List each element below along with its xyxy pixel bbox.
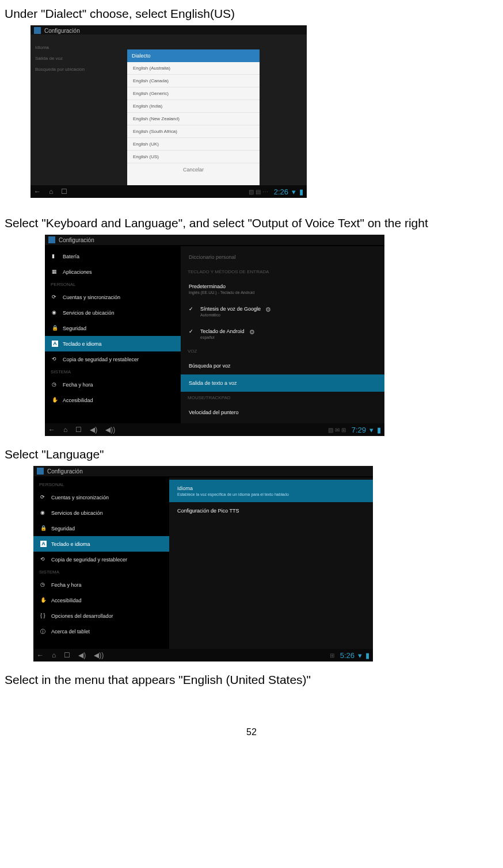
apps-icon: ▦: [52, 269, 58, 275]
detail-item-google-voice[interactable]: Síntesis de voz de GoogleAutomático⚙: [181, 300, 384, 323]
detail-item-android-keyboard[interactable]: Teclado de Androidespañol⚙: [181, 323, 384, 345]
back-icon[interactable]: ←: [37, 651, 44, 659]
dialect-option[interactable]: English (Canada): [127, 75, 260, 87]
category-personal: PERSONAL: [33, 480, 169, 490]
lock-icon: 🔒: [52, 325, 58, 331]
instruction-step-2: Select "Keyboard and Language", and sele…: [5, 216, 498, 230]
sidebar-item-accessibility[interactable]: ✋Accesibilidad: [45, 392, 181, 408]
gear-icon: [48, 236, 55, 243]
dialect-option[interactable]: English (UK): [127, 138, 260, 151]
sync-icon: ⟳: [40, 494, 47, 500]
sidebar-item-accessibility[interactable]: ✋Accesibilidad: [33, 592, 169, 608]
tray-icon: ⊞: [330, 652, 334, 659]
sidebar-item-datetime[interactable]: ◷Fecha y hora: [45, 377, 181, 392]
detail-item-pico-tts[interactable]: Configuración de Pico TTS: [169, 502, 373, 519]
battery-icon: ▮: [52, 253, 58, 259]
home-icon[interactable]: ⌂: [52, 651, 56, 659]
sidebar-item-developer[interactable]: { }Opciones del desarrollador: [33, 608, 169, 624]
dialect-option[interactable]: English (US): [127, 151, 260, 163]
back-icon[interactable]: ←: [34, 188, 41, 196]
wifi-icon: ▾: [369, 426, 374, 434]
check-icon: [189, 328, 196, 334]
header-title: Configuración: [47, 468, 83, 475]
backup-icon: ⟲: [40, 556, 47, 563]
status-bar: ← ⌂ ☐ ◀) ◀)) ▧ ✉ ⊞ 7:29 ▾ ▮: [45, 423, 384, 436]
battery-icon: ▮: [299, 188, 303, 196]
volume-down-icon[interactable]: ◀): [78, 651, 86, 659]
sidebar-item-apps[interactable]: ▦Aplicaciones: [45, 264, 181, 280]
screenshot-dialect-dialog: Configuración Idioma Salida de voz Búsqu…: [31, 25, 307, 198]
keyboard-icon: A: [40, 541, 47, 547]
instruction-step-4: Select in the menu that appears "English…: [5, 673, 498, 687]
sliders-icon[interactable]: ⚙: [265, 306, 271, 313]
volume-up-icon[interactable]: ◀)): [105, 426, 115, 434]
cancel-button[interactable]: Cancelar: [127, 163, 260, 176]
recents-icon[interactable]: ☐: [61, 188, 67, 196]
dialect-option[interactable]: English (South Africa): [127, 125, 260, 138]
keyboard-icon: A: [52, 341, 58, 347]
sidebar-item-security[interactable]: 🔒Seguridad: [45, 320, 181, 336]
sidebar-item-keyboard[interactable]: ATeclado e idioma: [45, 336, 181, 351]
section-mouse: MOUSE/TRACKPAD: [181, 392, 384, 404]
detail-item-tts-output[interactable]: Salida de texto a voz: [181, 374, 384, 392]
category-system: SISTEMA: [33, 567, 169, 577]
dialect-option[interactable]: English (New Zealand): [127, 113, 260, 125]
status-time: 5:26: [340, 651, 355, 660]
sidebar-item: Salida de voz: [35, 56, 115, 61]
sliders-icon[interactable]: ⚙: [249, 328, 255, 336]
sidebar-item-battery[interactable]: ▮Batería: [45, 248, 181, 264]
category-system: SISTEMA: [45, 367, 181, 377]
gear-icon: [34, 27, 41, 34]
sidebar-item-security[interactable]: 🔒Seguridad: [33, 521, 169, 536]
detail-item-pointer-speed[interactable]: Velocidad del puntero: [181, 404, 384, 421]
screenshot-keyboard-language: Configuración ▮Batería ▦Aplicaciones PER…: [45, 235, 384, 436]
detail-item-dictionary[interactable]: Diccionario personal: [181, 248, 384, 266]
dialog-title: Dialecto: [127, 49, 260, 62]
sidebar-item-about[interactable]: ⓘAcerca del tablet: [33, 624, 169, 639]
sidebar-item-backup[interactable]: ⟲Copia de seguridad y restablecer: [33, 552, 169, 567]
sidebar-item-keyboard[interactable]: ATeclado e idioma: [33, 536, 169, 552]
battery-icon: ▮: [377, 426, 381, 434]
settings-sidebar: ▮Batería ▦Aplicaciones PERSONAL ⟳Cuentas…: [45, 246, 181, 423]
header-title: Configuración: [44, 28, 80, 34]
dialect-option[interactable]: English (Generic): [127, 87, 260, 100]
sidebar-item-accounts[interactable]: ⟳Cuentas y sincronización: [33, 490, 169, 505]
detail-item-language[interactable]: Idioma Establece la voz específica de un…: [169, 480, 373, 502]
dialect-dialog: Dialecto English (Australia) English (Ca…: [127, 49, 260, 188]
sidebar-item-datetime[interactable]: ◷Fecha y hora: [33, 577, 169, 592]
recents-icon[interactable]: ☐: [64, 651, 70, 659]
home-icon[interactable]: ⌂: [63, 426, 67, 434]
accessibility-icon: ✋: [40, 597, 47, 603]
clock-icon: ◷: [52, 381, 58, 388]
window-header: Configuración: [45, 235, 384, 245]
back-icon[interactable]: ←: [48, 426, 55, 434]
lock-icon: 🔒: [40, 525, 47, 531]
battery-icon: ▮: [365, 651, 369, 660]
dialect-option[interactable]: English (Australia): [127, 62, 260, 75]
recents-icon[interactable]: ☐: [75, 426, 82, 434]
window-header: Configuración: [33, 466, 373, 476]
volume-up-icon[interactable]: ◀)): [94, 651, 104, 659]
section-voz: VOZ: [181, 345, 384, 357]
sidebar-item-accounts[interactable]: ⟳Cuentas y sincronización: [45, 289, 181, 305]
info-icon: ⓘ: [40, 628, 47, 634]
location-icon: ◉: [40, 510, 47, 516]
check-icon: [189, 306, 196, 312]
tray-icon: ▧ ▤ ⋯: [249, 189, 268, 195]
status-bar: ← ⌂ ☐ ◀) ◀)) ⊞ 5:26 ▾ ▮: [33, 649, 373, 661]
sidebar-item-backup[interactable]: ⟲Copia de seguridad y restablecer: [45, 351, 181, 367]
home-icon[interactable]: ⌂: [49, 188, 53, 196]
dimmed-sidebar: Idioma Salida de voz Búsqueda por ubicac…: [31, 35, 120, 185]
detail-item-default[interactable]: PredeterminadoInglés (EE.UU.) - Teclado …: [181, 278, 384, 300]
dialect-option[interactable]: English (India): [127, 100, 260, 113]
sidebar-item-location[interactable]: ◉Servicios de ubicación: [33, 505, 169, 521]
section-teclado: TECLADO Y MÉTODOS DE ENTRADA: [181, 266, 384, 278]
volume-down-icon[interactable]: ◀): [90, 426, 97, 434]
tray-icon: ▧ ✉ ⊞: [328, 427, 346, 433]
header-title: Configuración: [59, 237, 94, 243]
sidebar-item-location[interactable]: ◉Servicios de ubicación: [45, 305, 181, 320]
wifi-icon: ▾: [292, 188, 296, 196]
dev-icon: { }: [40, 613, 47, 619]
detail-item-voice-search[interactable]: Búsqueda por voz: [181, 357, 384, 374]
backup-icon: ⟲: [52, 356, 58, 362]
